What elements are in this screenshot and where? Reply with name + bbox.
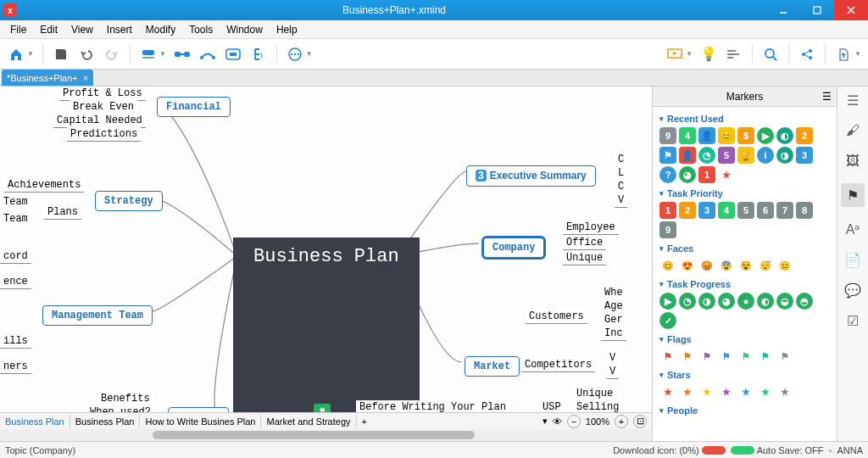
task-icon[interactable]: ☑ [844,312,861,329]
sheet-tab[interactable]: Market and Strategy [261,415,356,428]
marker-item[interactable]: ⚑ [659,348,676,365]
save-button[interactable] [50,43,72,65]
redo-button[interactable] [101,43,123,65]
marker-item[interactable]: ★ [718,383,735,400]
marker-item[interactable]: ⚑ [659,147,676,164]
marker-item[interactable]: 4 [679,127,696,144]
marker-item[interactable]: 3 [796,147,813,164]
leaf[interactable]: ence [0,275,31,289]
branch-management[interactable]: Management Team [42,305,153,326]
more-dropdown[interactable]: ▼ [306,50,313,58]
menu-edit[interactable]: Edit [33,22,64,37]
leaf[interactable]: Team [0,212,31,226]
marker-item[interactable]: 9 [659,127,676,144]
marker-item[interactable]: ◕ [679,166,696,183]
presentation-dropdown[interactable]: ▼ [686,50,693,58]
leaf[interactable]: Capital Needed [53,114,146,128]
marker-item[interactable]: ◐ [776,127,793,144]
marker-item[interactable]: ★ [718,166,735,183]
marker-item[interactable]: 👤 [698,127,715,144]
image-icon[interactable]: 🖼 [844,153,861,170]
marker-item[interactable]: ⚑ [679,348,696,365]
maximize-button[interactable] [800,0,834,20]
leaf[interactable]: Competitors [521,358,595,372]
topic-button[interactable] [137,43,159,65]
summary-button[interactable]: } [248,43,270,65]
leaf[interactable]: Ger [601,313,626,327]
section-stars[interactable]: Stars [659,370,830,380]
home-button[interactable] [5,43,27,65]
sheet-tab[interactable]: Business Plan [70,415,141,428]
leaf[interactable]: Customers [526,310,587,324]
notes-icon[interactable]: 📄 [844,251,861,268]
subtopic-button[interactable] [171,43,193,65]
marker-item[interactable]: ★ [679,383,696,400]
marker-item[interactable]: 👤 [679,147,696,164]
marker-item[interactable]: ★ [776,383,793,400]
marker-item[interactable]: $ [737,127,754,144]
marker-item[interactable]: 😵 [737,257,754,274]
marker-item[interactable]: ◑ [776,147,793,164]
branch-market[interactable]: Market [465,356,520,377]
leaf[interactable]: Age [601,299,626,314]
minimize-button[interactable] [766,0,800,20]
marker-item[interactable]: 7 [776,202,793,219]
leaf[interactable]: Benefits [97,392,153,406]
marker-item[interactable]: ⚑ [757,348,774,365]
share-button[interactable] [796,43,818,65]
leaf[interactable]: Unique [573,387,616,401]
add-sheet-button[interactable]: + [357,415,372,428]
topic-dropdown[interactable]: ▼ [159,50,166,58]
menu-tools[interactable]: Tools [182,22,220,37]
section-people[interactable]: People [659,405,830,416]
marker-item[interactable]: ✓ [659,312,676,329]
marker-item[interactable]: 3 [698,202,715,219]
sheet-tab[interactable]: How to Write Busines Plan [140,415,261,428]
section-priority[interactable]: Task Priority [659,188,830,198]
export-button[interactable] [832,43,854,65]
section-recent[interactable]: Recent Used [659,114,830,124]
horizontal-scrollbar[interactable] [0,429,652,441]
marker-item[interactable]: ★ [737,383,754,400]
presentation-button[interactable] [664,43,686,65]
more-button[interactable] [284,43,306,65]
marker-item[interactable]: ◒ [776,293,793,310]
section-faces[interactable]: Faces [659,243,830,254]
marker-item[interactable]: ◑ [698,293,715,310]
marker-item[interactable]: 1 [659,202,676,219]
marker-item[interactable]: ? [659,166,676,183]
marker-item[interactable]: 🏆 [737,147,754,164]
marker-item[interactable]: 😐 [776,257,793,274]
leaf[interactable]: Profit & Loss [59,87,146,101]
marker-item[interactable]: ▶ [659,293,676,310]
marker-item[interactable]: ★ [659,383,676,400]
marker-item[interactable]: 😊 [718,127,735,144]
sheet-tab[interactable]: Business Plan [0,415,70,428]
leaf[interactable]: Inc [601,327,626,341]
marker-item[interactable]: ◓ [796,293,813,310]
leaf[interactable]: L [615,166,627,181]
gantt-button[interactable] [723,43,745,65]
marker-item[interactable]: ★ [698,383,715,400]
markers-menu-icon[interactable]: ☰ [822,91,832,103]
outline-icon[interactable]: ☰ [844,92,861,109]
leaf[interactable]: V [606,365,619,379]
marker-item[interactable]: ◕ [718,293,735,310]
marker-item[interactable]: ● [737,293,754,310]
marker-item[interactable]: 9 [659,221,676,238]
menu-help[interactable]: Help [270,22,304,37]
leaf[interactable]: ills [0,334,31,349]
menu-insert[interactable]: Insert [100,22,139,37]
menu-view[interactable]: View [64,22,100,37]
leaf[interactable]: Whe [601,286,626,300]
leaf[interactable]: Achievements [4,178,84,193]
marker-item[interactable]: 😨 [718,257,735,274]
marker-item[interactable]: 8 [796,202,813,219]
marker-item[interactable]: ⚑ [776,348,793,365]
marker-item[interactable]: ◐ [757,293,774,310]
leaf[interactable]: Office [563,236,606,250]
menu-window[interactable]: Window [220,22,270,37]
text-icon[interactable]: Aᵃ [844,221,861,237]
section-progress[interactable]: Task Progress [659,279,830,289]
marker-item[interactable]: 😊 [659,257,676,274]
